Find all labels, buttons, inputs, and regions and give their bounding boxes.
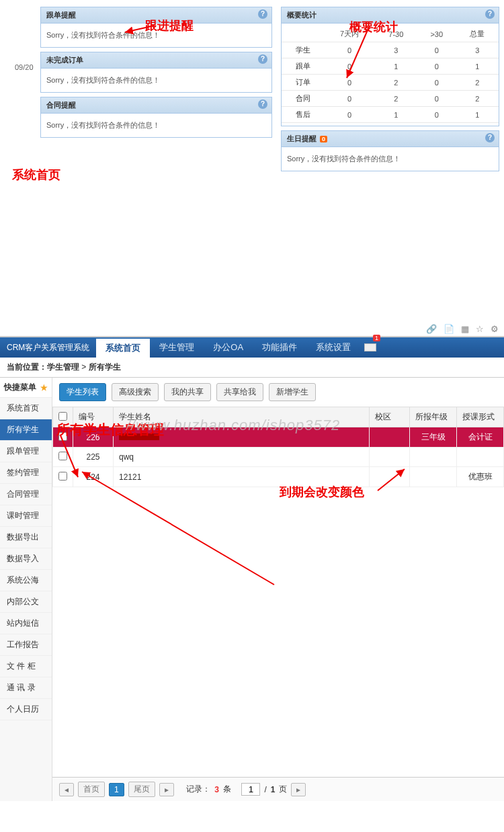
- panel-contract-header: 合同提醒 ?: [41, 97, 271, 114]
- panel-stats-title: 概要统计: [287, 11, 317, 19]
- page-input[interactable]: [241, 783, 260, 796]
- sidebar-item[interactable]: 课时管理: [0, 505, 52, 527]
- sidebar-header-label: 快捷菜单: [4, 382, 36, 393]
- sidebar: 快捷菜单 ★ 系统首页所有学生跟单管理签约管理合同管理课时管理数据导出数据导入系…: [0, 378, 52, 801]
- page-1[interactable]: 1: [109, 783, 124, 796]
- page-last[interactable]: 尾页: [128, 782, 155, 797]
- stats-row: 跟单0101: [282, 58, 499, 75]
- stats-cell: 1: [375, 107, 418, 123]
- sidebar-item[interactable]: 工作报告: [0, 634, 52, 656]
- stats-label: 售后: [282, 107, 325, 123]
- stats-table: 7天内 7-30 >30 总量 学生0303跟单0101订单0202合同0202…: [282, 26, 499, 123]
- sidebar-item[interactable]: 合同管理: [0, 484, 52, 505]
- panel-contract: 合同提醒 ? Sorry，没有找到符合条件的信息！: [40, 97, 272, 138]
- row-checkbox[interactable]: [58, 452, 67, 460]
- page-first[interactable]: 首页: [78, 782, 105, 797]
- btn-my-share[interactable]: 我的共享: [164, 383, 211, 401]
- cell-grade: [410, 448, 457, 467]
- btn-shared-to-me[interactable]: 共享给我: [216, 383, 263, 401]
- panel-contract-title: 合同提醒: [46, 101, 76, 109]
- sidebar-item[interactable]: 通 讯 录: [0, 677, 52, 699]
- help-icon[interactable]: ?: [258, 9, 267, 19]
- nav-setting[interactable]: 系统设置: [306, 337, 360, 358]
- doc-icon[interactable]: 📄: [444, 324, 454, 334]
- nav-student[interactable]: 学生管理: [150, 337, 204, 358]
- rec-unit: 条: [223, 784, 231, 795]
- watermark: //www.huzhan.com/ishop3572: [126, 417, 340, 434]
- btn-adv-search[interactable]: 高级搜索: [112, 383, 159, 401]
- sidebar-item[interactable]: 系统首页: [0, 398, 52, 419]
- sidebar-item[interactable]: 文 件 柜: [0, 656, 52, 677]
- sidebar-item[interactable]: 站内短信: [0, 613, 52, 634]
- help-icon[interactable]: ?: [485, 133, 495, 142]
- rec-prefix: 记录：: [186, 784, 210, 795]
- rec-count: 3: [214, 785, 219, 794]
- stats-cell: 0: [325, 75, 375, 91]
- stats-label: 学生: [282, 42, 325, 58]
- stats-cell: 0: [417, 107, 456, 123]
- star-icon[interactable]: ☆: [476, 324, 484, 334]
- stats-cell: 3: [375, 42, 418, 58]
- sidebar-item[interactable]: 数据导出: [0, 527, 52, 548]
- help-icon[interactable]: ?: [258, 99, 267, 109]
- stats-row: 售后0101: [282, 107, 499, 123]
- stats-cell: 0: [325, 58, 375, 75]
- stats-h3: >30: [417, 26, 456, 42]
- dashboard-top: 09/20 跟单提醒 ? Sorry，没有找到符合条件的信息！ 未完成订单 ? …: [0, 0, 504, 336]
- gear-icon[interactable]: ⚙: [491, 324, 499, 334]
- panel-birthday-body: Sorry，没有找到符合条件的信息！: [282, 147, 499, 171]
- table-row[interactable]: 225qwq: [53, 448, 504, 467]
- app-bottom: 🔗 📄 ▦ ☆ ⚙ CRM客户关系管理系统 系统首页 学生管理 办公OA 功能插…: [0, 336, 504, 801]
- page-prev[interactable]: ◂: [59, 783, 74, 796]
- nav-plugin[interactable]: 功能插件: [253, 337, 306, 358]
- page-next[interactable]: ▸: [159, 783, 174, 796]
- sidebar-item[interactable]: 跟单管理: [0, 441, 52, 462]
- content: 学生列表 高级搜索 我的共享 共享给我 新增学生 所有学生信息管理 //www.…: [52, 378, 504, 801]
- panel-birthday: 生日提醒 0 ? Sorry，没有找到符合条件的信息！: [281, 130, 499, 171]
- cell-checkbox: [53, 448, 73, 467]
- table-row[interactable]: 22412121优惠班: [53, 467, 504, 487]
- mail-icon[interactable]: 1: [364, 337, 376, 358]
- sidebar-item[interactable]: 所有学生: [0, 419, 52, 441]
- pagination-footer: ◂ 首页 1 尾页 ▸ 记录： 3 条 / 1 页 ▸: [52, 777, 504, 801]
- cell-campus: [370, 427, 410, 448]
- sidebar-item[interactable]: 签约管理: [0, 462, 52, 484]
- panel-unfinished: 未完成订单 ? Sorry，没有找到符合条件的信息！: [40, 52, 272, 93]
- cell-grade: [410, 467, 457, 487]
- star-icon[interactable]: ★: [40, 383, 48, 392]
- stats-h4: 总量: [456, 26, 499, 42]
- panel-follow-title: 跟单提醒: [46, 11, 76, 19]
- btn-student-list[interactable]: 学生列表: [59, 383, 106, 401]
- breadcrumb-prefix: 当前位置：: [7, 362, 47, 372]
- link-icon[interactable]: 🔗: [426, 324, 437, 334]
- select-all-checkbox[interactable]: [58, 412, 67, 421]
- sidebar-item[interactable]: 内部公文: [0, 591, 52, 613]
- breadcrumb-p1: 学生管理: [47, 362, 79, 372]
- th-grade: 所报年级: [410, 407, 457, 427]
- nav-oa[interactable]: 办公OA: [204, 337, 253, 358]
- navbar: CRM客户关系管理系统 系统首页 学生管理 办公OA 功能插件 系统设置 1: [0, 337, 504, 358]
- sidebar-header: 快捷菜单 ★: [0, 378, 52, 398]
- stats-cell: 1: [456, 107, 499, 123]
- mail-badge: 1: [373, 335, 380, 341]
- stats-cell: 1: [375, 58, 418, 75]
- sidebar-item[interactable]: 个人日历: [0, 699, 52, 720]
- page-go[interactable]: ▸: [291, 783, 306, 796]
- help-icon[interactable]: ?: [485, 9, 495, 19]
- svg-line-3: [82, 472, 274, 585]
- stats-row: 学生0303: [282, 42, 499, 58]
- grid-icon[interactable]: ▦: [461, 324, 469, 334]
- stats-label: 合同: [282, 91, 325, 107]
- btn-add-student[interactable]: 新增学生: [269, 383, 316, 401]
- sidebar-item[interactable]: 系统公海: [0, 570, 52, 591]
- row-checkbox[interactable]: [58, 472, 67, 481]
- stats-label: 订单: [282, 75, 325, 91]
- stats-label: 跟单: [282, 58, 325, 75]
- sidebar-item[interactable]: 数据导入: [0, 548, 52, 570]
- page-total: 1: [271, 785, 276, 794]
- stats-cell: 2: [375, 75, 418, 91]
- breadcrumb: 当前位置：学生管理 > 所有学生: [0, 358, 504, 378]
- stats-cell: 1: [456, 58, 499, 75]
- nav-home[interactable]: 系统首页: [96, 339, 150, 358]
- help-icon[interactable]: ?: [258, 54, 267, 64]
